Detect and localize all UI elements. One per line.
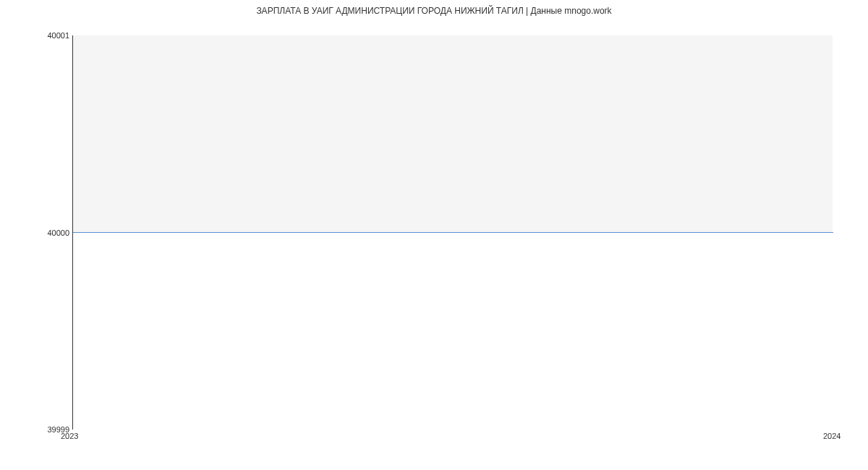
plot-area (72, 35, 833, 430)
plot-lower-half (73, 232, 833, 430)
chart-title: ЗАРПЛАТА В УАИГ АДМИНИСТРАЦИИ ГОРОДА НИЖ… (0, 6, 868, 16)
x-tick-label: 2024 (823, 432, 841, 440)
y-tick-label: 40001 (26, 31, 69, 40)
x-tick-label: 2023 (61, 432, 78, 440)
data-line (73, 232, 833, 233)
chart-container: ЗАРПЛАТА В УАИГ АДМИНИСТРАЦИИ ГОРОДА НИЖ… (0, 0, 868, 470)
y-tick-label: 40000 (26, 228, 69, 237)
